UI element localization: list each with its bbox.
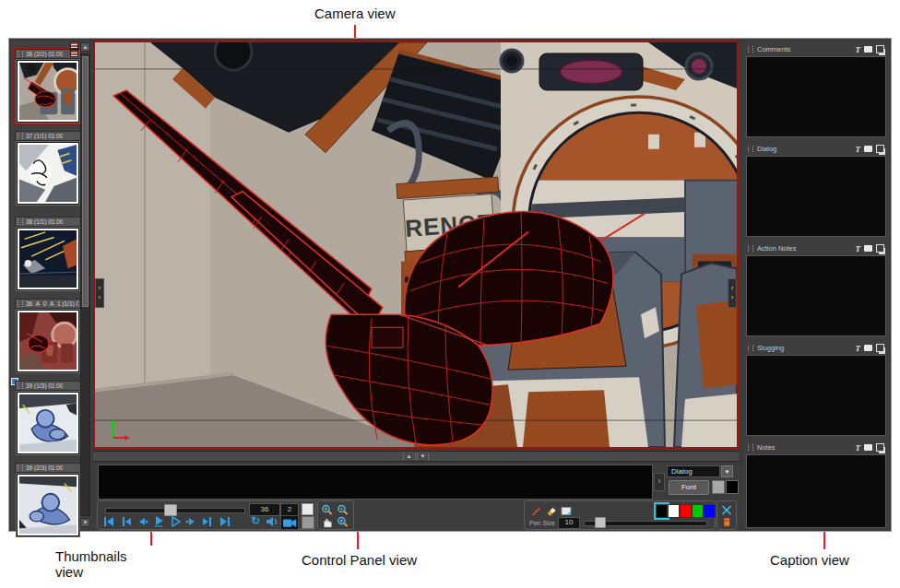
edit-caption-icon[interactable] xyxy=(876,244,884,253)
camera-view[interactable]: RENCE xyxy=(93,41,739,449)
drag-handle-icon[interactable] xyxy=(18,51,23,57)
format-text-icon[interactable]: T xyxy=(856,45,861,54)
collapse-up-button[interactable]: ▲ xyxy=(403,453,416,460)
loop-icon[interactable]: ↻ xyxy=(251,514,260,527)
caption-text-area[interactable] xyxy=(746,355,886,436)
caption-text-area[interactable] xyxy=(746,454,886,528)
edit-caption-icon[interactable] xyxy=(876,45,884,53)
pan-hand-icon[interactable] xyxy=(321,515,334,527)
marker-button[interactable] xyxy=(302,503,314,515)
background-color-icon[interactable] xyxy=(864,245,872,252)
text-color-swatch[interactable] xyxy=(712,480,725,494)
palette-color-white[interactable] xyxy=(668,504,680,518)
thumbnail-image[interactable] xyxy=(17,60,79,123)
chevron-down-icon[interactable]: ▼ xyxy=(721,465,733,477)
zoom-in-icon[interactable] xyxy=(321,503,334,515)
next-panel-button[interactable] xyxy=(201,516,216,527)
chevron-right-icon[interactable]: › xyxy=(728,294,736,301)
background-color-icon[interactable] xyxy=(864,46,872,53)
camera-view-pointer xyxy=(354,25,356,39)
panel-state-icons[interactable] xyxy=(70,41,78,55)
drag-handle-icon[interactable] xyxy=(748,444,753,451)
expand-caption-button[interactable]: › xyxy=(654,473,665,491)
palette-color-blue[interactable] xyxy=(704,504,716,518)
reset-zoom-icon[interactable] xyxy=(337,515,349,527)
maximize-icon[interactable] xyxy=(720,503,733,515)
play-button[interactable] xyxy=(168,516,183,527)
thumbnail-image[interactable] xyxy=(17,392,79,454)
caption-text-area[interactable] xyxy=(746,255,886,336)
drag-handle-icon[interactable] xyxy=(748,245,753,252)
caption-header: Notes T xyxy=(746,441,886,454)
caption-section-action-notes: Action Notes T xyxy=(746,241,886,336)
camera-preview-button[interactable] xyxy=(280,515,299,530)
drag-handle-icon[interactable] xyxy=(18,465,23,471)
play-selection-button[interactable] xyxy=(151,516,166,527)
thumbnail-item[interactable]: 39 (2/3) 01:00 xyxy=(15,463,81,536)
drawing-tools-group: Pen Size 10 xyxy=(524,500,716,530)
pen-tool-icon[interactable] xyxy=(530,504,543,516)
background-color-swatch[interactable] xyxy=(726,480,739,494)
collapse-down-button[interactable]: ▼ xyxy=(417,453,430,460)
collapse-left-handle[interactable]: ‹ › xyxy=(95,278,104,308)
format-text-icon[interactable]: T xyxy=(856,344,861,353)
drag-handle-icon[interactable] xyxy=(748,146,753,152)
thumbnail-item[interactable]: 36 (2/2) 01:00 xyxy=(15,49,81,123)
drag-handle-icon[interactable] xyxy=(18,218,23,225)
eraser-tool-icon[interactable] xyxy=(545,504,558,516)
text-box-tool-icon[interactable] xyxy=(560,504,573,516)
edit-caption-icon[interactable] xyxy=(876,443,884,452)
thumbnail-image[interactable] xyxy=(17,228,79,290)
caption-text-area[interactable] xyxy=(746,56,886,137)
next-frame-button[interactable] xyxy=(184,516,199,527)
background-color-icon[interactable] xyxy=(864,444,872,451)
pen-size-slider-handle[interactable] xyxy=(595,517,606,528)
thumbnail-art-cockpit-red xyxy=(19,312,77,370)
format-text-icon[interactable]: T xyxy=(856,244,861,253)
drag-handle-icon[interactable] xyxy=(748,345,753,351)
format-text-icon[interactable]: T xyxy=(856,443,861,453)
timeline-slider-handle[interactable] xyxy=(164,504,177,516)
caption-type-select[interactable]: Dialog xyxy=(667,465,720,477)
thumbnail-item[interactable]: 36_A_0_A_1 (1/1) 01:00 xyxy=(15,299,81,372)
edit-caption-icon[interactable] xyxy=(876,145,884,153)
scrollbar-thumb[interactable] xyxy=(82,56,89,307)
pen-size-value[interactable]: 10 xyxy=(558,517,580,529)
caption-text-area[interactable] xyxy=(746,156,886,237)
sound-button[interactable] xyxy=(265,516,279,527)
jump-to-first-button[interactable] xyxy=(101,516,116,527)
thumbnail-image[interactable] xyxy=(17,142,79,205)
background-color-icon[interactable] xyxy=(864,146,872,152)
stop-button[interactable] xyxy=(302,516,314,529)
chevron-left-icon[interactable]: ‹ xyxy=(96,285,103,292)
jump-to-last-button[interactable] xyxy=(218,516,232,527)
thumbnail-item[interactable]: 38 (1/1) 01:00 xyxy=(15,217,81,290)
thumbnail-image[interactable] xyxy=(17,474,79,536)
previous-frame-button[interactable] xyxy=(135,516,149,527)
format-text-icon[interactable]: T xyxy=(856,145,861,154)
background-color-icon[interactable] xyxy=(864,345,872,351)
clear-drawings-icon[interactable] xyxy=(720,515,733,527)
chevron-right-icon[interactable]: › xyxy=(96,294,103,301)
drag-handle-icon[interactable] xyxy=(18,382,23,389)
scroll-down-button[interactable]: ▼ xyxy=(80,518,90,527)
edit-caption-icon[interactable] xyxy=(876,344,884,352)
drag-handle-icon[interactable] xyxy=(18,133,23,139)
zoom-out-icon[interactable] xyxy=(337,503,349,515)
palette-color-black[interactable] xyxy=(656,504,668,518)
chevron-left-icon[interactable]: ‹ xyxy=(728,285,736,292)
font-button[interactable]: Font xyxy=(669,480,709,495)
caption-text-display[interactable] xyxy=(98,465,653,500)
thumbnail-image[interactable] xyxy=(17,310,79,372)
palette-color-green[interactable] xyxy=(692,504,704,518)
palette-color-red[interactable] xyxy=(680,504,692,518)
previous-panel-button[interactable] xyxy=(118,516,133,527)
thumbnail-title: 39 (2/3) 01:00 xyxy=(26,465,63,471)
drag-handle-icon[interactable] xyxy=(748,46,753,53)
thumbnail-item[interactable]: 39 (1/3) 01:00 xyxy=(15,381,81,454)
thumbnails-scrollbar[interactable] xyxy=(80,53,90,516)
thumbnail-item[interactable]: 37 (1/1) 01:00 xyxy=(15,131,81,205)
scroll-up-button[interactable]: ▲ xyxy=(80,42,90,52)
collapse-right-handle[interactable]: ‹ › xyxy=(728,278,737,308)
drag-handle-icon[interactable] xyxy=(18,300,23,307)
